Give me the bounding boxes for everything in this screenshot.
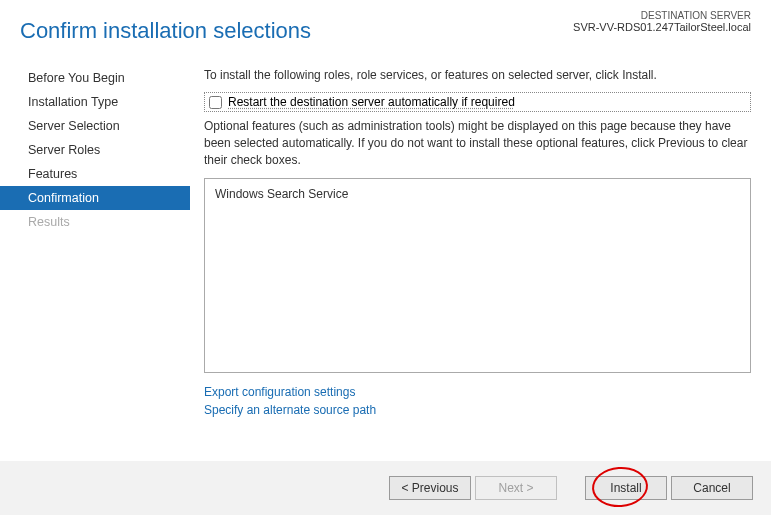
nav-confirmation[interactable]: Confirmation (0, 186, 190, 210)
destination-server: SVR-VV-RDS01.247TailorSteel.local (573, 21, 751, 33)
link-export-config[interactable]: Export configuration settings (204, 383, 751, 401)
next-button: Next > (475, 476, 557, 500)
nav-server-roles[interactable]: Server Roles (0, 138, 190, 162)
nav-installation-type[interactable]: Installation Type (0, 90, 190, 114)
nav-features[interactable]: Features (0, 162, 190, 186)
destination-label: DESTINATION SERVER (573, 10, 751, 21)
intro-text: To install the following roles, role ser… (204, 68, 751, 82)
nav-before-you-begin[interactable]: Before You Begin (0, 66, 190, 90)
previous-button[interactable]: < Previous (389, 476, 471, 500)
feature-item: Windows Search Service (215, 187, 740, 201)
optional-text: Optional features (such as administratio… (204, 118, 751, 168)
restart-checkbox-label: Restart the destination server automatic… (228, 95, 515, 109)
link-alternate-source[interactable]: Specify an alternate source path (204, 401, 751, 419)
restart-checkbox[interactable] (209, 96, 222, 109)
content-area: To install the following roles, role ser… (190, 58, 771, 456)
nav-server-selection[interactable]: Server Selection (0, 114, 190, 138)
cancel-button[interactable]: Cancel (671, 476, 753, 500)
footer-bar: < Previous Next > Install Cancel (0, 461, 771, 515)
sidebar: Before You Begin Installation Type Serve… (0, 58, 190, 456)
restart-checkbox-row[interactable]: Restart the destination server automatic… (204, 92, 751, 112)
features-list: Windows Search Service (204, 178, 751, 373)
nav-results: Results (0, 210, 190, 234)
install-button[interactable]: Install (585, 476, 667, 500)
destination-block: DESTINATION SERVER SVR-VV-RDS01.247Tailo… (573, 10, 751, 33)
